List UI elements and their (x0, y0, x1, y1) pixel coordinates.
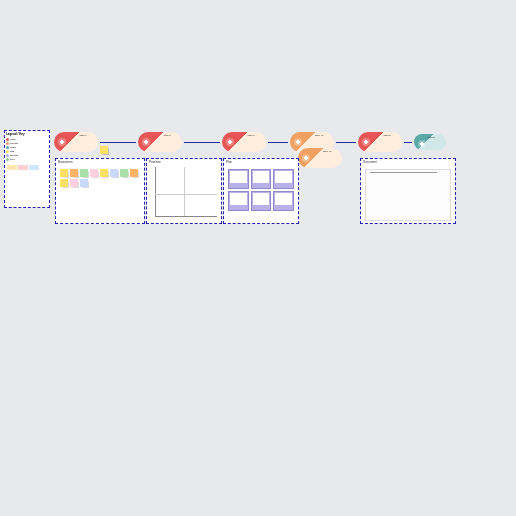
process-flow: Step 1 Step 2 Step 3 Step 4a Step 4b Ste… (54, 132, 446, 152)
flow-step-4b[interactable]: Step 4b (298, 148, 342, 168)
plan-cell[interactable] (251, 169, 272, 189)
priority-matrix (147, 165, 221, 223)
legend-cards (5, 163, 49, 172)
sticky-notes-grid (56, 165, 144, 191)
connector (268, 142, 288, 143)
connector (184, 142, 220, 143)
text-line (370, 172, 437, 173)
sticky-note[interactable] (80, 169, 88, 177)
sticky-note[interactable] (90, 169, 98, 177)
panel-prioritize[interactable]: Prioritize (146, 158, 222, 224)
flow-output[interactable]: Output (414, 134, 446, 150)
plan-cell[interactable] (273, 191, 294, 211)
flow-step-5[interactable]: Step 5 (358, 132, 402, 152)
panel-document[interactable]: Document (360, 158, 456, 224)
connector (336, 142, 356, 143)
connector (404, 142, 412, 143)
sticky-note[interactable] (60, 169, 68, 177)
panel-title: Document (361, 159, 455, 165)
sticky-note[interactable] (70, 169, 78, 177)
sticky-note[interactable] (100, 169, 108, 177)
legend-items: Phase Sub-step Output Note Template Inpu… (5, 137, 49, 163)
connector (100, 142, 136, 143)
sticky-note[interactable] (130, 169, 138, 177)
flow-step-2[interactable]: Step 2 (138, 132, 182, 152)
legend-item: Template (6, 154, 48, 157)
legend-item: Output (6, 146, 48, 149)
legend-card (7, 165, 17, 170)
panel-plan[interactable]: Plan (223, 158, 299, 224)
flow-step-3[interactable]: Step 3 (222, 132, 266, 152)
legend-item: Input (6, 158, 48, 161)
legend-item: Note (6, 150, 48, 153)
sticky-note[interactable] (80, 179, 88, 187)
legend-panel: Legend / Key Phase Sub-step Output Note … (4, 130, 50, 208)
plan-cell[interactable] (228, 191, 249, 211)
legend-card (29, 165, 39, 170)
matrix-divider-v (184, 167, 185, 217)
flow-step-1[interactable]: Step 1 (54, 132, 98, 152)
sticky-note[interactable] (110, 169, 118, 177)
sticky-note[interactable] (60, 179, 68, 187)
plan-cell[interactable] (228, 169, 249, 189)
plan-cell[interactable] (251, 191, 272, 211)
document-textarea[interactable] (365, 169, 451, 221)
diagram-canvas[interactable]: Legend / Key Phase Sub-step Output Note … (0, 130, 516, 250)
sticky-note[interactable] (70, 179, 78, 187)
legend-item: Phase (6, 138, 48, 141)
panel-brainstorm[interactable]: Brainstorm (55, 158, 145, 224)
legend-item: Sub-step (6, 142, 48, 145)
sticky-note[interactable] (100, 146, 108, 154)
plan-grid (224, 165, 298, 215)
sticky-note[interactable] (120, 169, 128, 177)
legend-card (18, 165, 28, 170)
matrix-divider-h (155, 194, 217, 195)
plan-cell[interactable] (273, 169, 294, 189)
